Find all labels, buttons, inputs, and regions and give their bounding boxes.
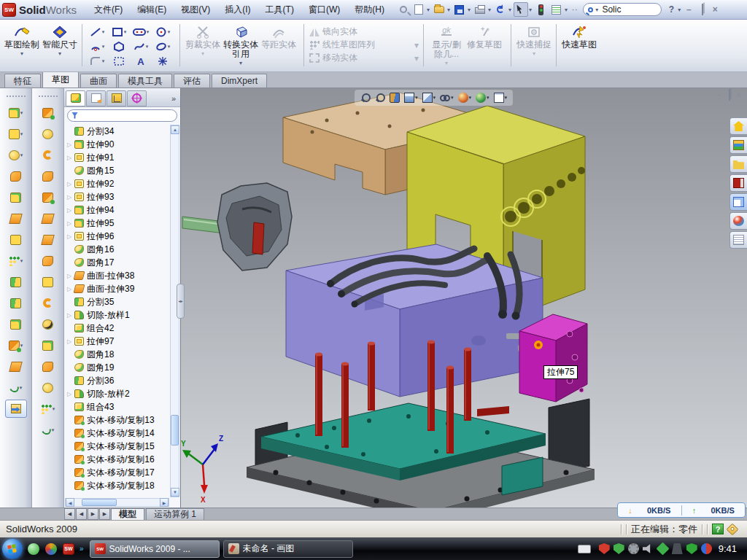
restore-button[interactable]: [695, 4, 708, 15]
tree-item[interactable]: 分割36: [66, 374, 169, 387]
boundary-surface-button[interactable]: [37, 188, 59, 206]
edit-appearance-button[interactable]: ▾: [457, 92, 473, 104]
model-part-purple-core-block[interactable]: [286, 244, 543, 397]
apply-scene-button[interactable]: ▾: [474, 92, 491, 104]
shell-button[interactable]: [5, 188, 27, 206]
tree-item[interactable]: 圆角16: [66, 243, 169, 256]
help-button[interactable]: ?: [665, 4, 678, 15]
chevron-down-icon[interactable]: ▾: [58, 50, 61, 57]
keyboard-layout-icon[interactable]: [578, 545, 591, 553]
options-button[interactable]: [549, 2, 564, 17]
tree-item[interactable]: ▷曲面-拉伸39: [66, 282, 169, 295]
chevron-down-icon[interactable]: ▾: [53, 406, 55, 412]
rapid-sketch-button[interactable]: 快速草图: [560, 23, 598, 69]
chevron-down-icon[interactable]: ▾: [427, 7, 430, 13]
quick-tips-button[interactable]: ?: [712, 524, 724, 534]
toolbox-tab[interactable]: [729, 174, 747, 192]
chevron-down-icon[interactable]: ▾: [20, 50, 23, 57]
menu-item-5[interactable]: 工具(T): [258, 0, 301, 19]
menu-item-4[interactable]: 插入(I): [217, 0, 258, 19]
doc-close-button[interactable]: ×: [736, 90, 741, 100]
panel-splitter-handle[interactable]: ◂▸: [177, 284, 185, 319]
menu-item-7[interactable]: 帮助(H): [347, 0, 392, 19]
chevron-down-icon[interactable]: ▾: [469, 95, 472, 101]
extruded-boss-button[interactable]: ▾: [5, 125, 27, 143]
extruded-surface-button[interactable]: [37, 146, 59, 164]
chevron-down-icon[interactable]: ▾: [565, 7, 568, 13]
panel-overflow-icon[interactable]: »: [169, 94, 179, 103]
chevron-down-icon[interactable]: ▾: [52, 427, 55, 433]
health-shield-icon[interactable]: [686, 543, 697, 554]
chevron-down-icon[interactable]: ▾: [239, 60, 242, 66]
smart-dimension-button[interactable]: 智能尺寸 ▾: [41, 23, 79, 69]
hide-show-items-button[interactable]: ▾: [438, 92, 455, 104]
scroll-left-icon[interactable]: ◀: [66, 498, 74, 507]
scroll-first-button[interactable]: ◀: [64, 508, 75, 520]
chevron-down-icon[interactable]: ▾: [487, 95, 489, 101]
expand-arrow-icon[interactable]: ▷: [67, 141, 74, 148]
chevron-down-icon[interactable]: ▾: [20, 131, 23, 137]
tree-item[interactable]: ▷切除-放样2: [66, 387, 169, 400]
expand-arrow-icon[interactable]: ▷: [67, 391, 74, 397]
solidworks-launch-icon[interactable]: SW: [62, 542, 75, 556]
command-tab-3[interactable]: 曲面: [80, 74, 117, 88]
tree-item[interactable]: ▷拉伸96: [66, 230, 169, 243]
taskbar-task-1[interactable]: SWSolidWorks 2009 - ...: [90, 540, 220, 558]
tree-item[interactable]: 实体-移动/复制17: [66, 466, 169, 479]
pin-icon[interactable]: [396, 2, 411, 17]
fillet-button[interactable]: ▾: [5, 146, 27, 164]
file-explorer-tab[interactable]: [729, 155, 747, 173]
freeform-button[interactable]: ▾: [37, 421, 59, 439]
chevron-down-icon[interactable]: ▾: [433, 95, 436, 101]
zoom-fit-button[interactable]: [359, 92, 372, 104]
resources-tab[interactable]: [729, 117, 747, 135]
expand-arrow-icon[interactable]: ▷: [67, 207, 74, 214]
tree-item[interactable]: ▷曲面-拉伸38: [66, 269, 169, 282]
scroll-last-button[interactable]: ▶: [99, 508, 110, 520]
linear-pattern-button[interactable]: ▾: [5, 252, 27, 270]
expand-arrow-icon[interactable]: ▷: [67, 233, 74, 240]
tree-item[interactable]: ▷拉伸97: [66, 335, 169, 348]
swept-surface-button[interactable]: [37, 104, 59, 122]
scrollbar-thumb[interactable]: [82, 499, 117, 506]
sketch-button[interactable]: 草图绘制 ▾: [3, 23, 41, 69]
propertymanager-tab[interactable]: [86, 90, 106, 106]
tree-item[interactable]: ▷拉伸93: [66, 190, 169, 203]
browser-launch-icon[interactable]: [44, 542, 58, 556]
open-button[interactable]: [432, 2, 446, 17]
menu-item-6[interactable]: 窗口(W): [301, 0, 347, 19]
appearances-scenes-tab[interactable]: [729, 212, 747, 230]
instant3d-button[interactable]: [5, 400, 27, 418]
model-tab-1[interactable]: 模型: [111, 508, 144, 520]
view-orientation-button[interactable]: ▾: [403, 92, 419, 104]
search-input[interactable]: ▾ Solic: [583, 3, 662, 16]
toolbar-overflow-icon[interactable]: ⋅⋅: [572, 6, 578, 14]
command-tab-2[interactable]: 草图: [42, 71, 79, 88]
chevron-down-icon[interactable]: ▾: [415, 95, 418, 101]
draft-button[interactable]: [5, 209, 27, 228]
offset-surface-button[interactable]: [37, 252, 59, 270]
chevron-down-icon[interactable]: ▾: [488, 7, 491, 13]
tree-item[interactable]: ▷切除-放样1: [66, 308, 169, 322]
expand-arrow-icon[interactable]: ▷: [67, 312, 74, 319]
scroll-down-icon[interactable]: ▼: [171, 488, 179, 497]
tree-horizontal-scrollbar[interactable]: ◀ ▶: [65, 498, 169, 507]
security-shield-icon[interactable]: [614, 543, 624, 554]
messenger-tray-icon[interactable]: [701, 543, 712, 554]
save-button[interactable]: [452, 2, 467, 17]
circle-tool[interactable]: ▾: [152, 25, 174, 39]
expand-arrow-icon[interactable]: ▷: [67, 338, 74, 345]
tree-item[interactable]: 分割35: [66, 295, 169, 308]
revolved-surface-button[interactable]: [37, 125, 59, 143]
curve-button[interactable]: ▾: [5, 378, 27, 397]
revolved-cut-button[interactable]: ▾: [5, 104, 27, 122]
point-tool[interactable]: [152, 54, 174, 69]
radiate-surface-button[interactable]: [37, 294, 59, 312]
arc-tool[interactable]: ▾: [86, 39, 108, 54]
lofted-surface-button[interactable]: [37, 167, 59, 185]
chevron-down-icon[interactable]: ▾: [20, 152, 23, 158]
chevron-down-icon[interactable]: ▾: [20, 110, 23, 116]
command-tab-5[interactable]: 评估: [174, 74, 210, 88]
scroll-prev-button[interactable]: ◀: [76, 508, 87, 520]
featuremanager-tab[interactable]: [66, 90, 85, 106]
